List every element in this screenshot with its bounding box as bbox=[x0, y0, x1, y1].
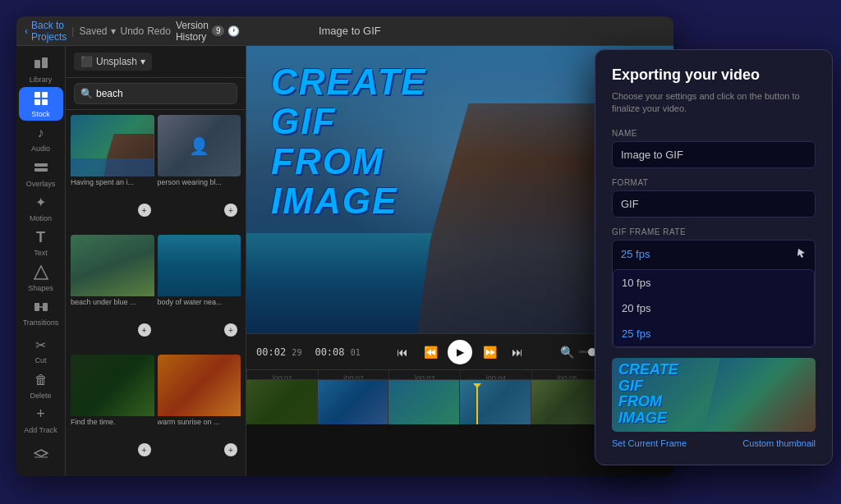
stock-thumbnail bbox=[158, 355, 241, 416]
timeline-playhead[interactable] bbox=[476, 387, 478, 424]
thumb-line1: CREATE bbox=[618, 362, 678, 378]
unsplash-button[interactable]: ⬛ Unsplash ▾ bbox=[74, 53, 152, 71]
delete-label: Delete bbox=[30, 392, 51, 400]
fps-field-label: GIF Frame Rate bbox=[612, 227, 816, 236]
export-fps-field: GIF Frame Rate 25 fps 10 fps 20 fps 25 f… bbox=[612, 227, 816, 348]
skip-start-button[interactable]: ⏮ bbox=[392, 341, 413, 363]
rewind-button[interactable]: ⏪ bbox=[420, 341, 441, 363]
list-item[interactable]: + Find the time. bbox=[71, 355, 154, 471]
saved-indicator[interactable]: Saved ▾ bbox=[79, 25, 115, 37]
saved-chevron-icon: ▾ bbox=[111, 25, 116, 37]
fast-forward-button[interactable]: ⏩ bbox=[479, 341, 500, 363]
search-input[interactable] bbox=[74, 83, 237, 104]
stock-add-icon[interactable]: + bbox=[138, 443, 151, 456]
stock-header: ⬛ Unsplash ▾ bbox=[66, 46, 246, 78]
back-button[interactable]: ‹ Back to Projects bbox=[25, 20, 67, 43]
sidebar-item-audio[interactable]: ♪ Audio bbox=[19, 122, 63, 155]
version-history-count: 9 bbox=[212, 25, 225, 36]
undo-button[interactable]: Undo bbox=[121, 25, 145, 37]
layers-icon bbox=[32, 446, 50, 464]
export-subtitle: Choose your settings and click on the bu… bbox=[612, 90, 816, 116]
shapes-icon bbox=[32, 263, 50, 282]
redo-button[interactable]: Redo bbox=[147, 25, 171, 37]
thumb-line2: GIF bbox=[618, 378, 678, 395]
cut-label: Cut bbox=[34, 356, 46, 364]
sidebar-item-cut[interactable]: ✂ Cut bbox=[19, 334, 63, 367]
stock-thumbnail bbox=[71, 115, 154, 176]
sidebar-item-library[interactable]: Library bbox=[19, 53, 63, 85]
stock-icon bbox=[32, 89, 50, 108]
version-history-icon: 🕐 bbox=[227, 25, 240, 37]
titlebar-left: ‹ Back to Projects | Saved ▾ Undo Redo V… bbox=[25, 20, 240, 43]
stock-add-icon[interactable]: + bbox=[138, 204, 151, 217]
stock-thumbnail: 👤 bbox=[158, 115, 241, 176]
sidebar-item-shapes[interactable]: Shapes bbox=[19, 261, 63, 294]
sidebar-item-stock[interactable]: Stock bbox=[19, 87, 63, 120]
stock-item-label: person wearing bl... bbox=[158, 176, 241, 188]
fps-option-10[interactable]: 10 fps bbox=[614, 270, 814, 296]
svg-marker-12 bbox=[34, 450, 48, 456]
stock-add-icon[interactable]: + bbox=[138, 323, 151, 337]
list-item[interactable]: + Having spent an i... bbox=[71, 115, 154, 231]
sidebar-item-transitions[interactable]: Transitions bbox=[19, 296, 63, 328]
sidebar-item-layers[interactable] bbox=[19, 438, 63, 471]
stock-grid: + Having spent an i... 👤 + person wearin… bbox=[66, 110, 246, 476]
back-label: Back to Projects bbox=[31, 20, 67, 43]
stock-label: Stock bbox=[31, 110, 50, 118]
custom-thumbnail-link[interactable]: Custom thumbnail bbox=[742, 438, 816, 448]
svg-rect-0 bbox=[34, 60, 40, 68]
create-line4: IMAGE bbox=[271, 181, 427, 221]
sidebar-item-motion[interactable]: ✦ Motion bbox=[19, 191, 63, 224]
fps-dropdown[interactable]: 25 fps 10 fps 20 fps 25 fps bbox=[612, 240, 816, 348]
saved-label: Saved bbox=[79, 25, 107, 37]
overlays-label: Overlays bbox=[26, 180, 56, 188]
set-current-frame-link[interactable]: Set Current Frame bbox=[612, 438, 687, 448]
app-body: Library Stock ♪ Audio bbox=[16, 46, 673, 476]
stock-add-icon[interactable]: + bbox=[224, 204, 237, 217]
sidebar-item-add-track[interactable]: + Add Track bbox=[19, 403, 63, 436]
list-item[interactable]: 👤 + person wearing bl... bbox=[158, 115, 241, 231]
skip-end-button[interactable]: ⏭ bbox=[507, 341, 528, 363]
svg-marker-8 bbox=[34, 266, 48, 279]
transitions-icon bbox=[32, 298, 50, 316]
name-field-value[interactable]: Image to GIF bbox=[612, 141, 816, 168]
create-line1: CREATE bbox=[271, 62, 427, 102]
list-item[interactable]: + body of water nea... bbox=[158, 235, 241, 351]
thumb-line3: FROM bbox=[618, 394, 678, 410]
stock-add-icon[interactable]: + bbox=[224, 323, 237, 337]
app-window: ‹ Back to Projects | Saved ▾ Undo Redo V… bbox=[16, 16, 673, 476]
export-thumbnail: CREATE GIF FROM IMAGE bbox=[612, 358, 816, 432]
list-item[interactable]: + warm sunrise on ... bbox=[158, 355, 241, 471]
svg-rect-10 bbox=[43, 303, 48, 311]
sidebar-item-delete[interactable]: 🗑 Delete bbox=[19, 369, 63, 401]
format-field-value: GIF bbox=[612, 190, 816, 218]
name-field-label: Name bbox=[612, 129, 816, 138]
library-icon bbox=[32, 55, 50, 73]
text-label: Text bbox=[34, 249, 48, 257]
export-panel: Exporting your video Choose your setting… bbox=[595, 49, 833, 465]
fps-selected[interactable]: 25 fps bbox=[613, 241, 815, 268]
cursor-indicator bbox=[797, 247, 807, 261]
version-history-button[interactable]: Version History 9 🕐 bbox=[176, 20, 241, 43]
zoom-out-icon[interactable]: 🔍 bbox=[560, 346, 574, 359]
svg-rect-9 bbox=[34, 303, 39, 311]
back-chevron-icon: ‹ bbox=[25, 25, 28, 37]
fps-option-20[interactable]: 20 fps bbox=[614, 296, 814, 321]
strip-thumb bbox=[460, 380, 531, 424]
export-footer: Set Current Frame Custom thumbnail bbox=[612, 438, 816, 448]
sidebar-item-text[interactable]: T Text bbox=[19, 227, 63, 259]
audio-icon: ♪ bbox=[32, 124, 50, 142]
create-line2: GIF bbox=[271, 102, 427, 141]
play-button[interactable]: ▶ bbox=[448, 340, 472, 364]
stock-item-label: Having spent an i... bbox=[71, 176, 154, 188]
svg-rect-2 bbox=[34, 92, 40, 98]
motion-icon: ✦ bbox=[32, 194, 50, 212]
svg-rect-6 bbox=[34, 163, 48, 167]
fps-option-25[interactable]: 25 fps bbox=[614, 321, 814, 346]
sidebar-item-overlays[interactable]: Overlays bbox=[19, 157, 63, 190]
transitions-label: Transitions bbox=[23, 318, 59, 327]
list-item[interactable]: + beach under blue ... bbox=[71, 235, 154, 351]
stock-add-icon[interactable]: + bbox=[224, 443, 237, 456]
add-track-icon: + bbox=[32, 405, 50, 424]
preview-create-text: CREATE GIF FROM IMAGE bbox=[271, 62, 427, 222]
